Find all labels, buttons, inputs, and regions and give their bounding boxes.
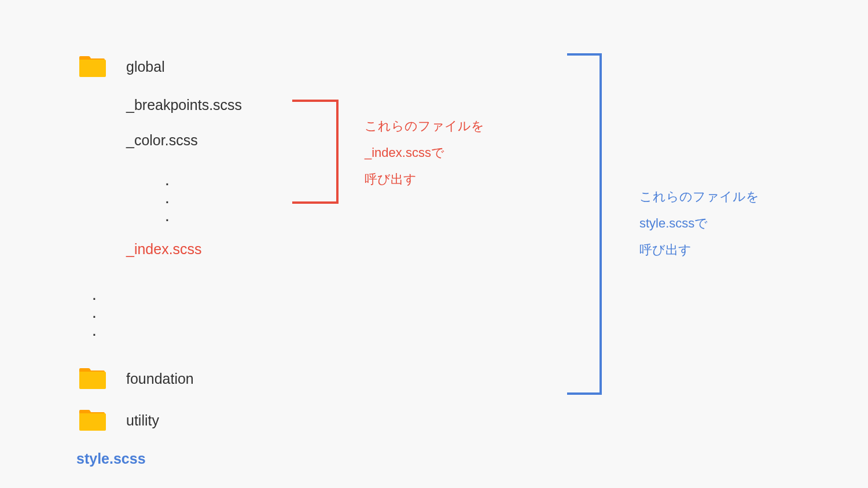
file-style: style.scss — [76, 450, 242, 467]
file-label: style.scss — [76, 450, 146, 467]
note-line: 呼び出す — [365, 166, 484, 193]
note-line: これらのファイルを — [365, 113, 484, 140]
file-label: _breakpoints.scss — [126, 97, 242, 113]
ellipsis-vertical-icon: ··· — [91, 288, 97, 342]
file-tree: global _breakpoints.scss _color.scss ···… — [78, 55, 242, 486]
file-color: _color.scss — [78, 132, 242, 149]
file-label: _index.scss — [126, 241, 202, 258]
bracket-red — [292, 100, 339, 204]
folder-label: utility — [126, 412, 159, 429]
note-line: _index.scssで — [365, 140, 484, 166]
folder-icon — [78, 409, 106, 432]
ellipsis-vertical-icon: ··· — [164, 173, 170, 227]
folder-icon — [78, 55, 106, 78]
annotation-red: これらのファイルを _index.scssで 呼び出す — [365, 113, 484, 193]
note-line: これらのファイルを — [639, 184, 759, 210]
folder-foundation: foundation — [78, 367, 242, 390]
folder-utility: utility — [78, 409, 242, 432]
annotation-blue: これらのファイルを style.scssで 呼び出す — [639, 184, 759, 264]
file-label: _color.scss — [126, 132, 198, 149]
note-line: 呼び出す — [639, 237, 759, 263]
folder-label: foundation — [126, 370, 194, 387]
folder-label: global — [126, 58, 165, 75]
file-breakpoints: _breakpoints.scss — [78, 97, 242, 113]
folder-icon — [78, 367, 106, 390]
bracket-blue — [567, 53, 602, 395]
file-index: _index.scss — [78, 241, 242, 258]
note-line: style.scssで — [639, 210, 759, 237]
folder-global: global — [78, 55, 242, 78]
